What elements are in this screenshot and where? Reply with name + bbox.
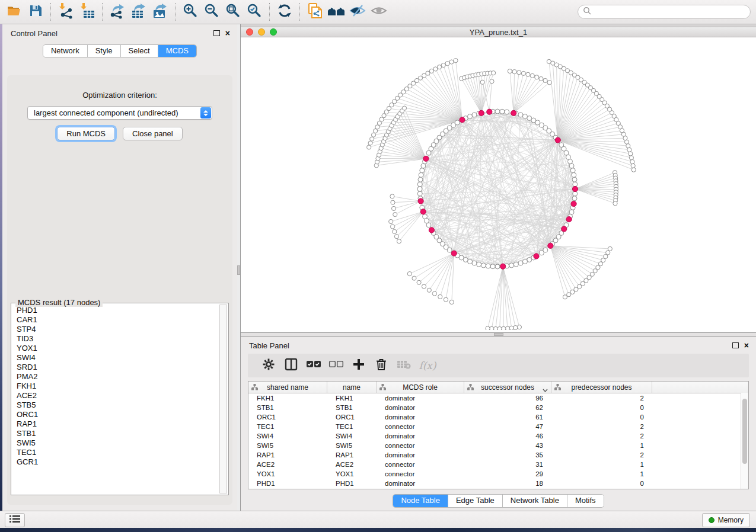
- table-row[interactable]: ORC1ORC1dominator610: [248, 412, 748, 422]
- graph-leaf-node[interactable]: [394, 235, 398, 239]
- mcds-result-item[interactable]: CAR1: [17, 315, 218, 325]
- task-history-button[interactable]: [5, 513, 25, 527]
- graph-leaf-node[interactable]: [407, 271, 412, 275]
- graph-leaf-node[interactable]: [613, 201, 617, 206]
- graph-leaf-node[interactable]: [429, 69, 433, 73]
- mcds-result-item[interactable]: PHD1: [17, 306, 218, 315]
- tab-network[interactable]: Network: [43, 45, 88, 57]
- graph-node[interactable]: [573, 182, 578, 187]
- graph-mcds-node[interactable]: [418, 198, 423, 204]
- search-box[interactable]: [578, 5, 751, 19]
- graph-leaf-node[interactable]: [389, 219, 393, 223]
- export-network-button[interactable]: [107, 2, 128, 21]
- graph-leaf-node[interactable]: [517, 325, 521, 329]
- graph-leaf-node[interactable]: [449, 60, 454, 64]
- graph-node[interactable]: [486, 264, 490, 268]
- graph-mcds-node[interactable]: [572, 186, 578, 191]
- graph-mcds-node[interactable]: [571, 201, 576, 206]
- graph-node[interactable]: [569, 164, 574, 168]
- network-window-titlebar[interactable]: YPA_prune.txt_1: [241, 27, 756, 37]
- search-input[interactable]: [592, 6, 750, 18]
- mcds-result-item[interactable]: PMA2: [17, 372, 218, 382]
- graph-leaf-node[interactable]: [629, 156, 633, 160]
- mcds-result-item[interactable]: ACE2: [17, 391, 218, 400]
- graph-leaf-node[interactable]: [417, 280, 421, 284]
- graph-leaf-node[interactable]: [444, 297, 448, 302]
- graph-node[interactable]: [418, 177, 423, 182]
- graph-node[interactable]: [472, 113, 477, 117]
- run-mcds-button[interactable]: Run MCDS: [57, 127, 115, 140]
- graph-node[interactable]: [477, 262, 481, 267]
- graph-leaf-node[interactable]: [530, 73, 534, 78]
- table-row[interactable]: FKH1FKH1dominator962: [248, 393, 748, 403]
- tab-motifs[interactable]: Motifs: [567, 495, 604, 507]
- graph-leaf-node[interactable]: [370, 137, 374, 141]
- graph-mcds-node[interactable]: [548, 243, 553, 248]
- table-row[interactable]: TEC1TEC1connector472: [248, 422, 748, 431]
- graph-leaf-node[interactable]: [438, 294, 442, 299]
- graph-leaf-node[interactable]: [375, 125, 379, 129]
- column-header-MCDS-role[interactable]: MCDS role: [377, 382, 464, 393]
- graph-node[interactable]: [425, 219, 429, 223]
- graph-leaf-node[interactable]: [397, 239, 401, 243]
- graph-leaf-node[interactable]: [539, 76, 543, 81]
- mcds-result-item[interactable]: FKH1: [17, 382, 218, 391]
- graph-node[interactable]: [522, 114, 527, 119]
- graph-node[interactable]: [572, 196, 577, 201]
- graph-node[interactable]: [505, 110, 509, 114]
- graph-node[interactable]: [509, 263, 514, 268]
- zoom-selected-button[interactable]: [244, 2, 265, 21]
- mcds-result-item[interactable]: SWI4: [17, 353, 218, 363]
- graph-leaf-node[interactable]: [547, 81, 551, 85]
- graph-node[interactable]: [495, 264, 500, 269]
- graph-leaf-node[interactable]: [449, 300, 454, 304]
- graph-leaf-node[interactable]: [391, 206, 395, 210]
- graph-leaf-node[interactable]: [563, 295, 567, 299]
- table-row[interactable]: YOX1YOX1connector291: [248, 469, 748, 479]
- first-neighbors-button[interactable]: [326, 2, 347, 21]
- graph-node[interactable]: [423, 214, 428, 219]
- graph-leaf-node[interactable]: [391, 200, 395, 204]
- graph-leaf-node[interactable]: [606, 251, 610, 255]
- graph-leaf-node[interactable]: [629, 152, 633, 156]
- table-row[interactable]: PHD1PHD1dominator180: [248, 479, 748, 488]
- zoom-in-button[interactable]: [180, 2, 201, 21]
- graph-node[interactable]: [572, 177, 577, 182]
- table-row[interactable]: SWI4SWI4dominator462: [248, 431, 748, 441]
- graph-leaf-node[interactable]: [512, 69, 516, 73]
- graph-node[interactable]: [455, 120, 460, 125]
- graph-node[interactable]: [572, 172, 576, 177]
- node-table[interactable]: shared namenameMCDS rolesuccessor nodesp…: [248, 381, 749, 489]
- mcds-result-item[interactable]: SWI5: [17, 438, 218, 448]
- zoom-out-button[interactable]: [201, 2, 222, 21]
- graph-node[interactable]: [513, 262, 518, 267]
- graph-leaf-node[interactable]: [441, 63, 445, 67]
- graph-leaf-node[interactable]: [445, 62, 449, 66]
- graph-leaf-node[interactable]: [608, 246, 612, 251]
- graph-leaf-node[interactable]: [497, 326, 502, 330]
- graph-node[interactable]: [569, 210, 574, 214]
- graph-node[interactable]: [417, 187, 422, 191]
- graph-leaf-node[interactable]: [374, 129, 378, 133]
- graph-leaf-node[interactable]: [433, 67, 438, 71]
- mcds-result-item[interactable]: SRD1: [17, 363, 218, 372]
- graph-leaf-node[interactable]: [390, 225, 394, 229]
- graph-node[interactable]: [567, 159, 572, 164]
- graph-leaf-node[interactable]: [508, 69, 512, 73]
- graph-node[interactable]: [539, 251, 544, 255]
- graph-mcds-node[interactable]: [500, 264, 506, 269]
- graph-leaf-node[interactable]: [422, 284, 426, 289]
- graph-leaf-node[interactable]: [509, 326, 513, 330]
- import-table-button[interactable]: [76, 2, 98, 21]
- show-all-button[interactable]: [368, 2, 390, 21]
- splitter-handle[interactable]: [237, 265, 240, 275]
- graph-leaf-node[interactable]: [626, 144, 630, 148]
- memory-button[interactable]: Memory: [702, 513, 750, 527]
- graph-leaf-node[interactable]: [486, 326, 490, 330]
- graph-leaf-node[interactable]: [367, 145, 371, 149]
- table-settings-gear-button[interactable]: [257, 355, 280, 376]
- import-network-button[interactable]: [55, 2, 76, 21]
- column-header-shared-name[interactable]: shared name: [248, 382, 327, 393]
- graph-leaf-node[interactable]: [432, 291, 436, 296]
- graph-leaf-node[interactable]: [412, 276, 416, 280]
